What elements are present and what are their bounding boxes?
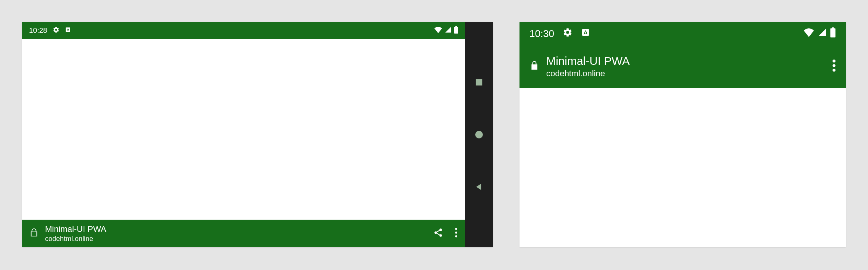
- svg-rect-14: [830, 28, 835, 37]
- app-bottom-bar: Minimal-UI PWA codehtml.online: [22, 220, 465, 247]
- app-domain: codehtml.online: [546, 68, 832, 79]
- lock-icon: [529, 60, 539, 73]
- share-icon[interactable]: [433, 228, 443, 239]
- status-time: 10:30: [529, 28, 554, 40]
- svg-point-9: [455, 235, 457, 237]
- battery-icon: [830, 27, 836, 40]
- content-area: [22, 39, 465, 220]
- svg-text:A: A: [584, 29, 587, 35]
- svg-rect-10: [476, 79, 482, 86]
- content-area: [520, 88, 846, 247]
- svg-point-8: [455, 231, 457, 233]
- device-portrait: 10:30 A Minimal-UI PWA codehtm: [520, 22, 846, 247]
- status-bar[interactable]: 10:30 A: [520, 22, 846, 45]
- cellular-icon: [445, 26, 452, 35]
- app-badge-icon: A: [581, 28, 590, 40]
- svg-point-11: [475, 131, 483, 138]
- app-top-bar: Minimal-UI PWA codehtml.online: [520, 45, 846, 88]
- svg-point-7: [455, 228, 457, 230]
- wifi-icon: [434, 26, 442, 35]
- cellular-icon: [818, 28, 827, 40]
- svg-point-18: [833, 69, 835, 71]
- svg-point-17: [833, 64, 835, 67]
- app-title: Minimal-UI PWA: [546, 53, 832, 68]
- nav-home-button[interactable]: [474, 130, 484, 140]
- app-title: Minimal-UI PWA: [45, 224, 433, 235]
- svg-point-4: [439, 228, 442, 231]
- lock-icon: [30, 228, 38, 239]
- more-icon[interactable]: [455, 228, 458, 239]
- svg-point-16: [833, 59, 835, 62]
- svg-point-5: [434, 231, 437, 234]
- gear-icon: [563, 27, 573, 40]
- svg-rect-2: [454, 27, 458, 34]
- device-landscape: 10:28 A: [22, 22, 493, 247]
- svg-rect-15: [832, 27, 834, 29]
- nav-back-button[interactable]: [474, 182, 484, 192]
- nav-recent-button[interactable]: [474, 77, 484, 87]
- app-badge-icon: A: [65, 26, 71, 35]
- svg-text:A: A: [66, 28, 69, 32]
- svg-point-6: [439, 234, 442, 237]
- app-domain: codehtml.online: [45, 235, 433, 243]
- status-bar[interactable]: 10:28 A: [22, 22, 465, 39]
- wifi-icon: [803, 28, 815, 40]
- svg-rect-3: [455, 26, 457, 27]
- more-icon[interactable]: [832, 59, 836, 73]
- battery-icon: [454, 26, 458, 35]
- system-nav-bar: [465, 22, 493, 247]
- gear-icon: [53, 26, 60, 35]
- status-time: 10:28: [29, 26, 47, 35]
